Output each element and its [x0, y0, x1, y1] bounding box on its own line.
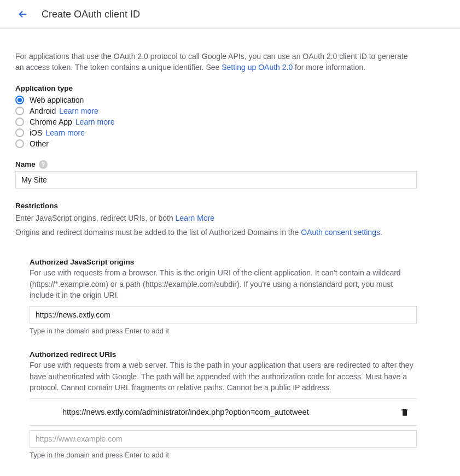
js-origins-title: Authorized JavaScript origins	[30, 258, 417, 266]
application-type-label: Application type	[15, 84, 417, 92]
name-label: Name ?	[15, 160, 417, 169]
radio-label: Chrome App	[30, 117, 72, 126]
redirect-uris-hint: Type in the domain and press Enter to ad…	[30, 451, 417, 459]
app-type-option-web[interactable]: Web application	[15, 95, 417, 105]
app-type-option-ios[interactable]: iOS Learn more	[15, 127, 417, 138]
radio-icon[interactable]	[15, 117, 24, 126]
restrictions-domains: Origins and redirect domains must be add…	[15, 226, 417, 238]
redirect-uri-text: https://news.extly.com/administrator/ind…	[62, 408, 397, 416]
restrictions-block: Restrictions Enter JavaScript origins, r…	[15, 202, 417, 239]
learn-more-link[interactable]: Learn more	[59, 107, 98, 115]
trash-icon	[400, 407, 409, 417]
intro-link[interactable]: Setting up OAuth 2.0	[222, 63, 293, 72]
js-origins-block: Authorized JavaScript origins For use wi…	[15, 243, 417, 335]
restrictions-desc-before: Enter JavaScript origins, redirect URIs,…	[15, 214, 176, 222]
delete-uri-button[interactable]	[397, 404, 412, 420]
content: For applications that use the OAuth 2.0 …	[0, 29, 432, 476]
radio-icon[interactable]	[15, 139, 24, 148]
radio-icon[interactable]	[15, 96, 24, 104]
redirect-uris-block: Authorized redirect URIs For use with re…	[15, 335, 417, 459]
restrictions-desc: Enter JavaScript origins, redirect URIs,…	[15, 212, 417, 224]
radio-label: Web application	[30, 96, 84, 104]
app-type-option-android[interactable]: Android Learn more	[15, 105, 417, 116]
js-origins-desc: For use with requests from a browser. Th…	[30, 267, 417, 301]
learn-more-link[interactable]: Learn more	[75, 117, 115, 126]
back-button[interactable]	[15, 7, 31, 22]
radio-label: iOS	[30, 128, 42, 137]
radio-label: Other	[30, 139, 49, 148]
page-header: Create OAuth client ID	[0, 0, 460, 29]
arrow-left-icon	[17, 8, 29, 20]
js-origins-input[interactable]	[30, 306, 417, 324]
redirect-uri-input[interactable]	[30, 430, 417, 448]
js-origins-hint: Type in the domain and press Enter to ad…	[30, 327, 417, 335]
oauth-consent-link[interactable]: OAuth consent settings	[301, 228, 380, 237]
app-type-option-other[interactable]: Other	[15, 138, 417, 149]
restrictions-domains-after: .	[380, 228, 382, 237]
name-block: Name ?	[15, 160, 417, 189]
name-input[interactable]	[15, 171, 417, 189]
redirect-uri-row: https://news.extly.com/administrator/ind…	[30, 398, 417, 426]
radio-icon[interactable]	[15, 128, 24, 137]
name-label-text: Name	[15, 160, 36, 168]
app-type-option-chrome-app[interactable]: Chrome App Learn more	[15, 116, 417, 127]
intro-after: for more information.	[293, 63, 365, 72]
redirect-uris-desc: For use with requests from a web server.…	[30, 360, 417, 393]
learn-more-link[interactable]: Learn more	[45, 128, 85, 137]
restrictions-domains-before: Origins and redirect domains must be add…	[15, 228, 301, 237]
application-type-group: Application type Web application Android…	[15, 84, 417, 149]
redirect-uris-title: Authorized redirect URIs	[30, 350, 417, 359]
radio-label: Android	[30, 107, 56, 115]
help-icon[interactable]: ?	[39, 160, 48, 169]
restrictions-learn-more[interactable]: Learn More	[176, 214, 215, 222]
intro-text: For applications that use the OAuth 2.0 …	[15, 51, 417, 73]
radio-icon[interactable]	[15, 107, 24, 115]
restrictions-label: Restrictions	[15, 202, 417, 210]
page-title: Create OAuth client ID	[42, 9, 140, 20]
